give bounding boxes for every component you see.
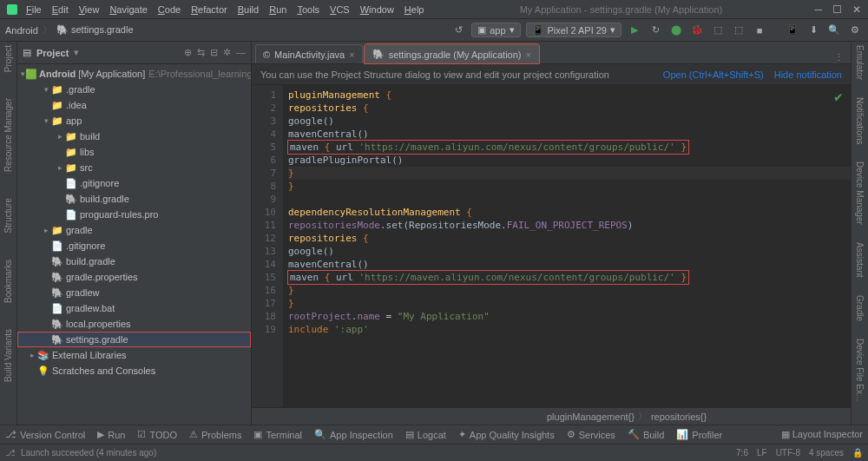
tree-item--gitignore[interactable]: 📄.gitignore [17,238,251,254]
right-tool-gradle[interactable]: Gradle [855,295,865,321]
left-tool-structure[interactable]: Structure [3,198,13,234]
breadcrumb-item[interactable]: 🐘 settings.gradle [56,24,134,36]
tab-menu-icon[interactable]: ⋮ [827,52,851,63]
right-tool-device file ex...[interactable]: Device File Ex... [855,339,865,401]
expand-icon[interactable]: ⇆ [197,47,205,58]
tree-item-app[interactable]: ▾📁app [17,113,251,128]
status-branch-icon[interactable]: ⎇ [5,448,16,458]
tree-item-build-gradle[interactable]: 🐘build.gradle [17,254,251,269]
coverage-icon[interactable]: ⬚ [710,23,726,38]
tree-root[interactable]: ▾🟩Android [My Application]E:\Professiona… [17,66,251,82]
left-tool-project[interactable]: Project [3,45,13,72]
breadcrumb-item[interactable]: Android [5,25,38,36]
settings-icon[interactable]: ⚙ [847,23,863,38]
tree-item-libs[interactable]: 📁libs [17,144,251,160]
device-selector[interactable]: 📱 Pixel 2 API 29 ▾ [526,23,622,37]
bottom-tool-profiler[interactable]: 📊Profiler [676,429,722,440]
tab-settings-gradle[interactable]: 🐘settings.gradle (My Application)× [365,44,539,63]
bottom-tool-problems[interactable]: ⚠Problems [189,429,241,440]
minimize-icon[interactable]: ─ [814,3,822,16]
tree-item-gradlew-bat[interactable]: 📄gradlew.bat [17,300,251,316]
bottom-tool-version control[interactable]: ⎇Version Control [5,429,85,440]
indent[interactable]: 4 spaces [809,448,844,458]
tree-item-gradle-properties[interactable]: 🐘gradle.properties [17,269,251,285]
readonly-icon[interactable]: 🔒 [852,448,863,458]
hint-text: You can use the Project Structure dialog… [260,69,609,80]
search-icon[interactable]: 🔍 [826,23,842,38]
profile-icon[interactable]: ⬤ [668,23,684,38]
tree-item-gradlew[interactable]: 🐘gradlew [17,285,251,300]
left-tool-build variants[interactable]: Build Variants [3,329,13,382]
run-icon[interactable]: ▶ [627,23,642,38]
code-editor[interactable]: 12345678910111213141516171819 pluginMana… [252,85,851,407]
hide-icon[interactable]: — [236,47,246,58]
menu-help[interactable]: Help [401,3,428,16]
inspection-ok-icon[interactable]: ✔ [833,90,844,104]
caret-position[interactable]: 7:6 [736,448,748,458]
sdk-icon[interactable]: ⬇ [806,23,821,38]
tree-item-build-gradle[interactable]: 🐘build.gradle [17,191,251,207]
code-breadcrumb[interactable]: pluginManagement{} 〉 repositories{} [252,407,851,425]
bug-icon[interactable]: 🐞 [689,23,705,38]
menu-refactor[interactable]: Refactor [187,3,231,16]
tree-item--gitignore[interactable]: 📄.gitignore [17,175,251,191]
close-tab-icon[interactable]: × [349,49,354,60]
menu-code[interactable]: Code [155,3,184,16]
line-ending[interactable]: LF [757,448,767,458]
menu-tools[interactable]: Tools [293,3,323,16]
tree-item-src[interactable]: ▸📁src [17,160,251,175]
tree-item-proguard-rules-pro[interactable]: 📄proguard-rules.pro [17,207,251,222]
close-tab-icon[interactable]: × [526,49,531,60]
code-body[interactable]: pluginManagement { repositories { google… [283,85,851,407]
right-tool-notifications[interactable]: Notifications [855,97,865,144]
tab-mainactivity-java[interactable]: ©MainActivity.java× [255,44,363,63]
project-tree[interactable]: ▾🟩Android [My Application]E:\Professiona… [17,64,251,425]
bottom-tool-terminal[interactable]: ▣Terminal [253,429,302,440]
bottom-tool-app inspection[interactable]: 🔍App Inspection [314,429,393,440]
collapse-icon[interactable]: ⊟ [210,47,218,58]
menu-vcs[interactable]: VCS [326,3,353,16]
sync-icon[interactable]: ↺ [450,23,466,38]
menu-view[interactable]: View [76,3,103,16]
bottom-tool-layout-inspector[interactable]: ▦ Layout Inspector [781,429,863,440]
stop-icon[interactable]: ■ [752,23,767,38]
right-tool-assistant[interactable]: Assistant [855,242,865,278]
hide-notification-link[interactable]: Hide notification [774,69,842,80]
avd-icon[interactable]: 📱 [785,23,800,38]
left-tool-bookmarks[interactable]: Bookmarks [3,260,13,303]
menu-file[interactable]: File [23,3,45,16]
tree-item-scratches-and-consoles[interactable]: 💡Scratches and Consoles [17,363,251,379]
tree-item--gradle[interactable]: ▾📁.gradle [17,82,251,97]
open-structure-link[interactable]: Open (Ctrl+Alt+Shift+S) [663,69,764,80]
bottom-tool-logcat[interactable]: ▤Logcat [405,429,446,440]
bottom-tool-build[interactable]: 🔨Build [628,429,664,440]
tree-item-build[interactable]: ▸📁build [17,128,251,144]
menu-navigate[interactable]: Navigate [106,3,150,16]
bottom-tool-run[interactable]: ▶Run [97,429,125,440]
module-selector[interactable]: ▣ app ▾ [471,23,520,37]
menu-run[interactable]: Run [266,3,290,16]
menu-build[interactable]: Build [234,3,262,16]
encoding[interactable]: UTF-8 [776,448,800,458]
right-tool-emulator[interactable]: Emulator [855,45,865,80]
menu-edit[interactable]: Edit [49,3,72,16]
menu-window[interactable]: Window [357,3,398,16]
debug-icon[interactable]: ↻ [648,23,663,38]
target-icon[interactable]: ⊕ [184,47,192,58]
tree-item-settings-gradle[interactable]: 🐘settings.gradle [17,332,251,347]
bottom-tool-app quality insights[interactable]: ✦App Quality Insights [458,429,555,440]
right-tool-device manager[interactable]: Device Manager [855,161,865,225]
tree-item-gradle[interactable]: ▸📁gradle [17,222,251,238]
close-icon[interactable]: ✕ [852,3,861,16]
tree-item-local-properties[interactable]: 🐘local.properties [17,316,251,332]
bottom-tool-todo[interactable]: ☑TODO [137,429,177,440]
bottom-tool-services[interactable]: ⚙Services [567,429,615,440]
attach-icon[interactable]: ⬚ [731,23,746,38]
tree-item-external-libraries[interactable]: ▸📚External Libraries [17,347,251,363]
left-tool-resource manager[interactable]: Resource Manager [3,98,13,172]
tree-item--idea[interactable]: 📁.idea [17,97,251,113]
gear-icon[interactable]: ✲ [223,47,231,58]
breadcrumb[interactable]: Android 〉 🐘 settings.gradle [5,23,134,36]
maximize-icon[interactable]: ☐ [832,3,842,16]
project-panel-header: ▤ Project ▾ ⊕ ⇆ ⊟ ✲ — [17,42,251,64]
